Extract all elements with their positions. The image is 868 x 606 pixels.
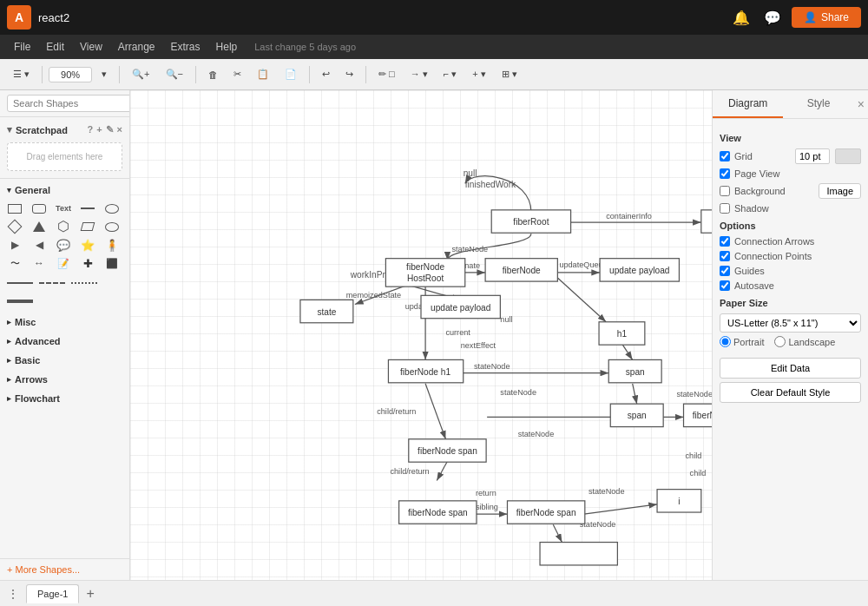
shape-circle[interactable]	[102, 219, 122, 234]
scratchpad-close-icon[interactable]: ×	[117, 124, 122, 135]
shape-wavy[interactable]: 〜	[5, 255, 24, 271]
autosave-label[interactable]: Autosave	[720, 280, 861, 291]
shape-callout[interactable]: 💬	[54, 237, 73, 253]
scratchpad-header[interactable]: ▾ Scratchpad ? + ✎ ×	[7, 121, 122, 139]
grid-checkbox-label[interactable]: Grid	[720, 151, 790, 161]
portrait-radio-label[interactable]: Portrait	[720, 336, 764, 347]
cut-btn[interactable]: ✂	[227, 65, 247, 83]
menu-arrange[interactable]: Arrange	[111, 38, 162, 56]
connection-btn[interactable]: → ▾	[404, 65, 434, 83]
page-options-btn[interactable]: ⋮	[7, 587, 19, 601]
background-checkbox-label[interactable]: Background	[720, 186, 813, 196]
shape-oval[interactable]	[102, 201, 122, 216]
connection-points-label[interactable]: Connection Points	[720, 251, 861, 261]
edit-data-btn[interactable]: Edit Data	[720, 358, 861, 379]
node-bottom-partial[interactable]	[540, 543, 617, 565]
shadow-checkbox[interactable]	[720, 203, 730, 214]
zoom-in-btn[interactable]: 🔍+	[126, 65, 155, 83]
page-tab-1[interactable]: Page-1	[26, 584, 79, 603]
basic-section-header[interactable]: Basic	[3, 352, 126, 368]
shape-parallelogram[interactable]	[78, 219, 97, 234]
shape-rect-rounded[interactable]	[30, 201, 49, 216]
flowchart-section-header[interactable]: Flowchart	[3, 391, 126, 406]
menu-view[interactable]: View	[73, 38, 109, 56]
chat-button[interactable]: 💬	[760, 6, 785, 30]
share-button[interactable]: 👤 Share	[792, 7, 861, 28]
connection-arrows-label[interactable]: Connection Arrows	[720, 236, 861, 247]
shape-box3d[interactable]: ⬛	[102, 255, 122, 271]
connection-arrows-checkbox[interactable]	[720, 236, 730, 247]
grid-color-box[interactable]	[835, 148, 861, 164]
line-dashed[interactable]	[37, 275, 67, 291]
insert-btn[interactable]: + ▾	[466, 65, 491, 83]
background-checkbox[interactable]	[720, 186, 730, 196]
paste-btn[interactable]: 📄	[279, 65, 303, 83]
shape-double-arrow[interactable]: ↔	[30, 255, 49, 271]
landscape-radio[interactable]	[774, 336, 786, 347]
menu-extras[interactable]: Extras	[164, 38, 207, 56]
add-page-btn[interactable]: +	[86, 586, 94, 602]
scratchpad-add-icon[interactable]: +	[96, 124, 102, 135]
line-solid[interactable]	[5, 275, 35, 291]
guides-row: Guides	[720, 266, 861, 276]
shape-line[interactable]	[78, 201, 97, 216]
scratchpad-edit-icon[interactable]: ✎	[106, 124, 114, 135]
shape-star[interactable]: ⭐	[78, 237, 97, 253]
toolbar-separator-5	[365, 66, 366, 83]
svg-line-25	[425, 384, 445, 439]
undo-btn[interactable]: ↩	[316, 65, 336, 83]
paper-size-select[interactable]: US-Letter (8.5" x 11") A4 A3 Legal	[720, 313, 861, 333]
clear-default-style-btn[interactable]: Clear Default Style	[720, 382, 861, 403]
zoom-dropdown-btn[interactable]: ▾	[95, 65, 113, 83]
tab-diagram[interactable]: Diagram	[713, 90, 783, 118]
advanced-section-header[interactable]: Advanced	[3, 333, 126, 349]
shape-actor[interactable]: 🧍	[102, 237, 122, 253]
bell-button[interactable]: 🔔	[729, 6, 753, 30]
line-thick[interactable]	[5, 293, 35, 309]
landscape-radio-label[interactable]: Landscape	[774, 336, 835, 347]
shape-cross[interactable]: ✚	[78, 255, 97, 271]
tab-style[interactable]: Style	[783, 90, 853, 118]
grid-input[interactable]	[795, 148, 830, 164]
line-dotted[interactable]	[69, 275, 99, 291]
share-label: Share	[821, 11, 849, 23]
shape-note[interactable]: 📝	[54, 255, 73, 271]
menu-edit[interactable]: Edit	[39, 38, 71, 56]
shape-arrow-r[interactable]: ▶	[5, 237, 24, 253]
search-input[interactable]	[7, 95, 130, 112]
shape-diamond[interactable]	[5, 219, 24, 234]
page-view-checkbox-label[interactable]: Page View	[720, 168, 861, 179]
node-DOM-div[interactable]	[701, 210, 712, 233]
misc-section-header[interactable]: Misc	[3, 314, 126, 330]
shape-triangle[interactable]	[30, 219, 49, 234]
redo-btn[interactable]: ↪	[339, 65, 359, 83]
shadow-checkbox-label[interactable]: Shadow	[720, 203, 861, 214]
delete-btn[interactable]: 🗑	[202, 66, 224, 83]
more-shapes-btn[interactable]: + More Shapes...	[0, 558, 129, 580]
canvas-container[interactable]: null finishedWork workInProgressRoot con…	[130, 90, 712, 580]
shape-text[interactable]: Text	[54, 201, 73, 216]
scratchpad-help-icon[interactable]: ?	[87, 124, 93, 135]
grid-checkbox[interactable]	[720, 151, 730, 161]
shape-cylinder[interactable]: ⬡	[54, 219, 73, 234]
portrait-radio[interactable]	[720, 336, 731, 347]
copy-btn[interactable]: 📋	[251, 65, 275, 83]
shape-rect[interactable]	[5, 201, 24, 216]
waypoint-btn[interactable]: ⌐ ▾	[437, 65, 463, 83]
guides-checkbox[interactable]	[720, 266, 730, 276]
connection-points-checkbox[interactable]	[720, 251, 730, 261]
guides-label[interactable]: Guides	[720, 266, 861, 276]
image-btn[interactable]: Image	[819, 183, 861, 199]
panel-close-btn[interactable]: ×	[854, 90, 868, 118]
page-view-checkbox[interactable]	[720, 168, 730, 179]
arrows-section-header[interactable]: Arrows	[3, 372, 126, 387]
sidebar-toggle-btn[interactable]: ☰ ▾	[7, 65, 36, 83]
menu-file[interactable]: File	[7, 38, 37, 56]
shape-arrow-l[interactable]: ◀	[30, 237, 49, 253]
general-section-header[interactable]: General	[3, 182, 126, 198]
autosave-checkbox[interactable]	[720, 280, 730, 291]
menu-help[interactable]: Help	[209, 38, 245, 56]
table-btn[interactable]: ⊞ ▾	[496, 65, 523, 83]
format-btn[interactable]: ✏ □	[372, 65, 401, 83]
zoom-out-btn[interactable]: 🔍−	[160, 65, 189, 83]
